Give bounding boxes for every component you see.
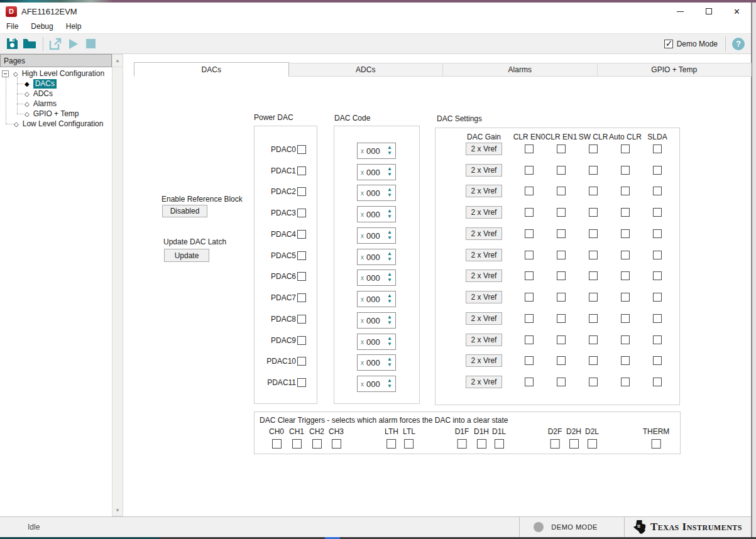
spin-down-icon[interactable]: ▼ — [387, 342, 392, 347]
dac-code-spinner[interactable]: x000▲▼ — [357, 227, 396, 244]
settings-checkbox-slda[interactable] — [653, 208, 662, 217]
settings-checkbox-slda[interactable] — [653, 378, 662, 386]
settings-checkbox-clr-en1[interactable] — [557, 271, 566, 280]
menu-file[interactable]: File — [5, 21, 25, 33]
sidebar-item-dacs[interactable]: ◆DACs — [25, 79, 57, 89]
dac-gain-button[interactable]: 2 x Vref — [466, 164, 502, 177]
dac-code-spinner[interactable]: x000▲▼ — [357, 185, 396, 201]
settings-checkbox-auto-clr[interactable] — [621, 271, 630, 280]
dac-code-spinner[interactable]: x000▲▼ — [357, 206, 396, 222]
clear-trigger-checkbox-d1l[interactable] — [494, 439, 503, 449]
settings-checkbox-sw-clr[interactable] — [589, 208, 598, 217]
sidebar-scrollbar[interactable]: ▼ — [112, 67, 123, 516]
dac-code-spinner[interactable]: x000▲▼ — [357, 376, 396, 392]
sidebar-item-adcs[interactable]: ◇ADCs — [25, 89, 53, 99]
dac-gain-button[interactable]: 2 x Vref — [466, 185, 502, 197]
spin-down-icon[interactable]: ▼ — [387, 193, 392, 199]
settings-checkbox-clr-en1[interactable] — [557, 208, 566, 217]
dac-gain-button[interactable]: 2 x Vref — [466, 270, 502, 282]
help-button[interactable]: ? — [732, 38, 745, 50]
dac-gain-button[interactable]: 2 x Vref — [466, 334, 502, 346]
power-dac-checkbox-pdac10[interactable] — [297, 357, 306, 366]
settings-checkbox-clr-en0[interactable] — [525, 335, 534, 344]
clear-trigger-checkbox-d1f[interactable] — [457, 439, 466, 449]
clear-trigger-checkbox-d2h[interactable] — [569, 439, 578, 449]
settings-checkbox-sw-clr[interactable] — [589, 271, 598, 280]
tree-item-label[interactable]: DACs — [33, 79, 57, 89]
tab-dacs[interactable]: DACs — [134, 62, 289, 77]
dac-code-spinner[interactable]: x000▲▼ — [357, 334, 396, 350]
tree-item-label[interactable]: Low Level Configuration — [23, 119, 104, 128]
settings-checkbox-auto-clr[interactable] — [621, 187, 630, 195]
dac-code-value[interactable]: 000 — [366, 168, 380, 177]
settings-checkbox-clr-en1[interactable] — [557, 144, 566, 153]
reference-block-button[interactable]: Disabled — [162, 205, 207, 217]
settings-checkbox-auto-clr[interactable] — [621, 251, 630, 259]
settings-checkbox-sw-clr[interactable] — [589, 144, 598, 153]
settings-checkbox-slda[interactable] — [653, 144, 662, 153]
power-dac-checkbox-pdac6[interactable] — [297, 272, 306, 281]
settings-checkbox-clr-en0[interactable] — [525, 144, 534, 153]
clear-trigger-checkbox-ch3[interactable] — [331, 439, 341, 449]
tree-item-label[interactable]: Alarms — [33, 99, 57, 108]
settings-checkbox-slda[interactable] — [653, 356, 662, 365]
dac-latch-update-button[interactable]: Update — [164, 249, 209, 262]
settings-checkbox-clr-en0[interactable] — [525, 251, 534, 259]
settings-checkbox-sw-clr[interactable] — [589, 229, 598, 238]
export-button[interactable] — [48, 38, 62, 50]
sidebar-item-alarms[interactable]: ◇Alarms — [25, 99, 57, 109]
settings-checkbox-auto-clr[interactable] — [621, 378, 630, 386]
dac-code-value[interactable]: 000 — [366, 379, 380, 389]
spin-down-icon[interactable]: ▼ — [387, 257, 392, 263]
settings-checkbox-auto-clr[interactable] — [621, 356, 630, 365]
settings-checkbox-slda[interactable] — [653, 293, 662, 302]
dac-gain-button[interactable]: 2 x Vref — [466, 249, 502, 261]
settings-checkbox-clr-en1[interactable] — [557, 187, 566, 195]
spin-down-icon[interactable]: ▼ — [387, 236, 392, 241]
open-button[interactable] — [23, 38, 36, 50]
settings-checkbox-clr-en0[interactable] — [525, 314, 534, 323]
dac-code-spinner[interactable]: x000▲▼ — [357, 164, 396, 180]
dac-code-spinner[interactable]: x000▲▼ — [357, 291, 396, 307]
settings-checkbox-clr-en0[interactable] — [525, 271, 534, 280]
maximize-button[interactable] — [694, 3, 723, 20]
spin-down-icon[interactable]: ▼ — [387, 172, 392, 178]
settings-checkbox-sw-clr[interactable] — [589, 187, 598, 195]
settings-checkbox-clr-en1[interactable] — [557, 335, 566, 344]
settings-checkbox-clr-en1[interactable] — [557, 356, 566, 365]
power-dac-checkbox-pdac8[interactable] — [297, 315, 306, 324]
settings-checkbox-sw-clr[interactable] — [589, 356, 598, 365]
power-dac-checkbox-pdac5[interactable] — [297, 251, 306, 260]
power-dac-checkbox-pdac3[interactable] — [297, 209, 306, 217]
dac-gain-button[interactable]: 2 x Vref — [466, 206, 502, 219]
settings-checkbox-auto-clr[interactable] — [621, 293, 630, 302]
settings-checkbox-clr-en0[interactable] — [525, 293, 534, 302]
menu-help[interactable]: Help — [60, 21, 88, 33]
dac-code-value[interactable]: 000 — [366, 146, 380, 156]
clear-trigger-checkbox-ch1[interactable] — [292, 439, 301, 449]
dac-code-spinner[interactable]: x000▲▼ — [357, 270, 396, 286]
power-dac-checkbox-pdac0[interactable] — [297, 145, 306, 154]
settings-checkbox-clr-en1[interactable] — [557, 251, 566, 259]
spin-down-icon[interactable]: ▼ — [387, 151, 392, 156]
sidebar-item-low-level-configuration[interactable]: ◇ Low Level Configuration — [14, 119, 103, 129]
dac-code-value[interactable]: 000 — [366, 231, 380, 241]
dac-code-value[interactable]: 000 — [366, 210, 380, 219]
settings-checkbox-sw-clr[interactable] — [589, 378, 598, 386]
settings-checkbox-slda[interactable] — [653, 335, 662, 344]
demo-mode-checkbox[interactable] — [664, 40, 673, 48]
settings-checkbox-clr-en1[interactable] — [557, 314, 566, 323]
run-button[interactable] — [66, 38, 80, 50]
clear-trigger-checkbox-lth[interactable] — [387, 439, 397, 449]
power-dac-checkbox-pdac11[interactable] — [297, 378, 306, 387]
dac-gain-button[interactable]: 2 x Vref — [466, 354, 502, 367]
dac-code-spinner[interactable]: x000▲▼ — [357, 143, 396, 159]
dac-code-value[interactable]: 000 — [366, 188, 380, 198]
sidebar-item-gpio-temp[interactable]: ◇GPIO + Temp — [25, 109, 79, 119]
settings-checkbox-sw-clr[interactable] — [589, 166, 598, 175]
settings-checkbox-auto-clr[interactable] — [621, 229, 630, 238]
dac-code-spinner[interactable]: x000▲▼ — [357, 249, 396, 265]
settings-checkbox-auto-clr[interactable] — [621, 335, 630, 344]
tab-alarms[interactable]: Alarms — [443, 63, 598, 77]
settings-checkbox-sw-clr[interactable] — [589, 293, 598, 302]
